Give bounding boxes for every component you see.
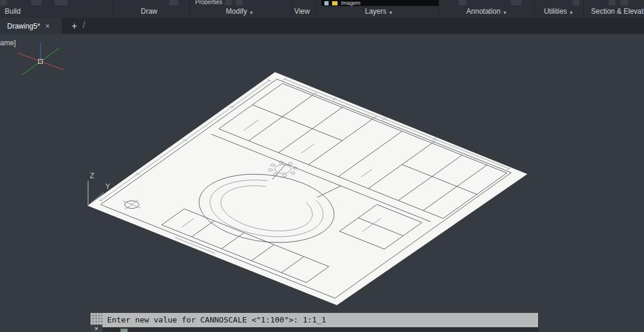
chevron-down-icon: ▾ [389,10,392,15]
ribbon-panel-layers[interactable]: Layers▾ [355,0,402,18]
command-window-drag-handle[interactable] [90,313,102,325]
model-space-canvas[interactable]: ame] [0,34,644,332]
command-history-icon [120,328,128,332]
close-tab-icon[interactable]: × [45,22,49,30]
drawing-viewport: Z Y [0,34,644,332]
ribbon-panel-draw[interactable]: Draw [133,0,168,18]
command-history-row[interactable] [102,327,538,332]
panel-separator [112,0,112,18]
ribbon-panel-view[interactable]: View [292,0,315,18]
autocad-window: Properties Imagem Build Draw Modify▾ [0,0,644,332]
ribbon-panel-annotation[interactable]: Annotation▾ [457,0,516,18]
command-window-close-button[interactable]: × [90,325,102,332]
layer-status-icon [324,1,329,5]
command-window: × Enter new value for CANNOSCALE <"1:100… [90,313,538,332]
panel-separator [189,0,190,18]
file-tab-drawing5[interactable]: Drawing5* × [0,18,62,34]
file-tab-label: Drawing5* [7,22,40,30]
ribbon: Properties Imagem Build Draw Modify▾ [0,0,644,18]
panel-separator [439,0,439,18]
ucs-y-label: Y [105,182,110,191]
file-tab-bar: Drawing5* × + / [0,18,644,34]
layer-color-swatch[interactable] [332,1,337,5]
chevron-down-icon: ▾ [570,10,573,15]
chevron-down-icon: ▾ [504,10,507,15]
viewport-control-fragment[interactable]: ame] [0,39,16,47]
ribbon-panel-section-elevation[interactable]: Section & Elevation [591,0,644,18]
panel-separator [583,0,584,18]
panel-separator [315,0,316,18]
crosshair-cursor [18,43,64,75]
ribbon-icon-fragment [169,0,179,5]
chevron-down-icon: ▾ [250,10,253,15]
new-drawing-button[interactable]: + [68,18,80,34]
ribbon-panel-modify[interactable]: Modify▾ [215,0,263,18]
attached-plan-sheet[interactable] [87,72,527,305]
ribbon-panel-utilities[interactable]: Utilities▾ [534,0,582,18]
ribbon-panel-build[interactable]: Build [0,0,42,18]
command-window-body: Enter new value for CANNOSCALE <"1:100">… [102,313,538,332]
tab-separator: / [83,20,85,30]
ucs-z-label: Z [90,172,94,180]
command-input-line[interactable]: Enter new value for CANNOSCALE <"1:100">… [102,313,538,327]
ribbon-icon-fragment [55,0,68,5]
command-window-left-rail: × [90,313,102,332]
